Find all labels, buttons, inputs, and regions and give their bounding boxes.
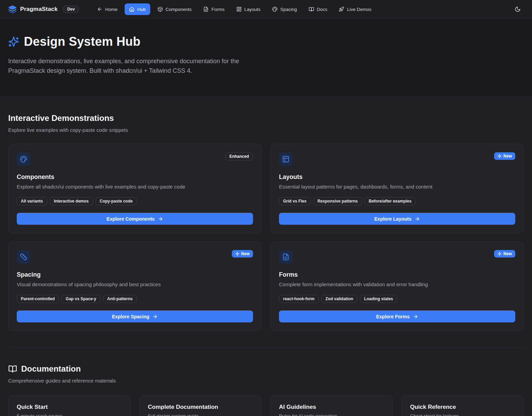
theme-toggle-button[interactable] bbox=[512, 3, 524, 15]
panels-icon bbox=[279, 152, 293, 166]
doc-card-title: Quick Start bbox=[17, 404, 122, 411]
arrow-right-icon bbox=[413, 314, 418, 319]
card-description: Explore all shadcn/ui components with li… bbox=[17, 184, 253, 190]
demos-section-title: Interactive Demonstrations bbox=[8, 113, 524, 123]
arrow-right-icon bbox=[158, 216, 163, 222]
status-badge: New bbox=[494, 152, 515, 160]
demo-card-components: Enhanced Components Explore all shadcn/u… bbox=[8, 144, 262, 233]
button-label: Explore Forms bbox=[376, 314, 409, 319]
explore-spacing-button[interactable]: Explore Spacing bbox=[17, 310, 253, 322]
book-open-icon bbox=[8, 364, 17, 373]
nav-item-spacing[interactable]: Spacing bbox=[268, 3, 302, 15]
badge-label: New bbox=[503, 154, 512, 158]
doc-card-quick-reference[interactable]: Quick Reference Cheat sheet for lookups bbox=[402, 395, 524, 416]
arrow-left-icon bbox=[97, 6, 102, 12]
explore-forms-button[interactable]: Explore Forms bbox=[279, 310, 515, 322]
demos-section-subtitle: Explore live examples with copy-paste co… bbox=[8, 127, 524, 133]
nav-item-label: Forms bbox=[211, 7, 224, 12]
page-subtitle: Interactive demonstrations, live example… bbox=[8, 56, 261, 75]
doc-card-complete-documentation[interactable]: Complete Documentation Full design syste… bbox=[139, 395, 262, 416]
doc-card-grid: Quick Start 5-minute crash course Comple… bbox=[8, 395, 524, 416]
nav-item-label: Home bbox=[105, 7, 117, 12]
nav-item-label: Layouts bbox=[244, 7, 261, 12]
tag: Copy-paste code bbox=[96, 197, 137, 205]
explore-components-button[interactable]: Explore Components bbox=[17, 213, 253, 225]
tag: react-hook-form bbox=[279, 295, 319, 303]
book-open-icon bbox=[309, 6, 314, 12]
house-icon bbox=[129, 6, 135, 12]
badge-label: New bbox=[503, 251, 512, 256]
nav-item-hub[interactable]: Hub bbox=[125, 3, 150, 15]
nav-item-label: Components bbox=[166, 7, 192, 12]
card-title: Components bbox=[17, 174, 253, 181]
docs-section-subtitle: Comprehensive guides and reference mater… bbox=[8, 378, 524, 384]
tag-row: Parent-controlled Gap vs Space-y Anti-pa… bbox=[17, 295, 253, 303]
nav-item-label: Hub bbox=[137, 7, 146, 12]
card-title: Spacing bbox=[17, 271, 253, 278]
doc-card-title: Quick Reference bbox=[410, 404, 515, 411]
main-nav: Home Hub Components Forms Layouts bbox=[93, 3, 376, 15]
card-title: Layouts bbox=[279, 174, 515, 181]
status-badge: Enhanced bbox=[225, 152, 253, 161]
doc-card-title: Complete Documentation bbox=[148, 404, 253, 411]
top-navbar: PragmaStack Dev Home Hub Components Fo bbox=[0, 0, 532, 19]
doc-card-description: Rules for AI code generation bbox=[279, 413, 384, 416]
button-label: Explore Layouts bbox=[374, 216, 411, 222]
brand-name: PragmaStack bbox=[20, 6, 58, 13]
docs-section-title: Documentation bbox=[21, 364, 81, 374]
doc-card-description: Cheat sheet for lookups bbox=[410, 413, 515, 416]
card-description: Visual demonstrations of spacing philoso… bbox=[17, 281, 253, 287]
nav-item-forms[interactable]: Forms bbox=[199, 3, 229, 15]
doc-card-description: Full design system guide bbox=[148, 413, 253, 416]
tag: Before/after examples bbox=[365, 197, 416, 205]
demo-card-forms: New Forms Complete form implementations … bbox=[270, 241, 524, 331]
nav-item-live-demos[interactable]: Live Demos bbox=[334, 3, 376, 15]
nav-item-layouts[interactable]: Layouts bbox=[232, 3, 265, 15]
sparkles-icon bbox=[498, 252, 502, 256]
tag-row: react-hook-form Zod validation Loading s… bbox=[279, 295, 515, 303]
button-label: Explore Components bbox=[107, 216, 155, 222]
tag: Parent-controlled bbox=[17, 295, 59, 303]
card-description: Complete form implementations with valid… bbox=[279, 281, 515, 287]
layers-logo-icon bbox=[8, 5, 17, 14]
tag: Gap vs Space-y bbox=[61, 295, 100, 303]
nav-item-home[interactable]: Home bbox=[93, 3, 122, 15]
tag: All variants bbox=[17, 197, 47, 205]
page-title: Design System Hub bbox=[24, 34, 140, 49]
button-label: Explore Spacing bbox=[112, 314, 150, 319]
tag: Zod validation bbox=[321, 295, 357, 303]
nav-item-label: Live Demos bbox=[347, 7, 371, 12]
nav-item-label: Docs bbox=[317, 7, 327, 12]
status-badge: New bbox=[494, 250, 515, 258]
demo-card-layouts: New Layouts Essential layout patterns fo… bbox=[270, 144, 524, 233]
doc-card-quick-start[interactable]: Quick Start 5-minute crash course bbox=[8, 395, 130, 416]
file-text-icon bbox=[203, 6, 209, 12]
palette-icon bbox=[272, 6, 278, 12]
tag: Loading states bbox=[360, 295, 397, 303]
layout-grid-icon bbox=[236, 6, 242, 12]
nav-item-components[interactable]: Components bbox=[153, 3, 196, 15]
nav-item-docs[interactable]: Docs bbox=[304, 3, 332, 15]
file-text-icon bbox=[279, 250, 293, 264]
section-divider bbox=[8, 347, 524, 348]
rocket-icon bbox=[339, 6, 344, 12]
tag: Interactive demos bbox=[50, 197, 93, 205]
tag: Anti-patterns bbox=[103, 295, 137, 303]
arrow-right-icon bbox=[415, 216, 420, 222]
doc-card-description: 5-minute crash course bbox=[17, 413, 122, 416]
brand[interactable]: PragmaStack Dev bbox=[8, 5, 79, 14]
sparkles-icon bbox=[8, 36, 19, 47]
main-content: Interactive Demonstrations Explore live … bbox=[0, 113, 532, 416]
env-badge: Dev bbox=[63, 5, 79, 13]
explore-layouts-button[interactable]: Explore Layouts bbox=[279, 213, 515, 225]
tag: Responsive patterns bbox=[313, 197, 362, 205]
card-description: Essential layout patterns for pages, das… bbox=[279, 184, 515, 190]
hero-section: Design System Hub Interactive demonstrat… bbox=[0, 19, 532, 97]
package-icon bbox=[157, 6, 163, 12]
arrow-right-icon bbox=[152, 314, 158, 319]
doc-card-ai-guidelines[interactable]: AI Guidelines Rules for AI code generati… bbox=[270, 395, 393, 416]
palette-icon bbox=[17, 152, 30, 166]
tag-row: All variants Interactive demos Copy-past… bbox=[17, 197, 253, 205]
doc-card-title: AI Guidelines bbox=[279, 404, 384, 411]
status-badge: New bbox=[232, 250, 253, 258]
